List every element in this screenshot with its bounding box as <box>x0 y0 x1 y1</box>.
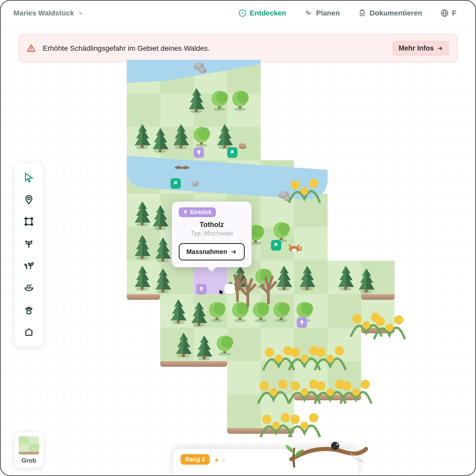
fox-icon <box>286 240 302 253</box>
insight-marker[interactable] <box>196 284 207 294</box>
forest-name: Maries Waldstück <box>13 9 74 17</box>
map-canvas[interactable]: Erhöhte Schädlingsgefahr im Gebiet deine… <box>1 26 475 475</box>
forest-map[interactable] <box>127 60 410 446</box>
bowl-icon <box>24 283 34 293</box>
flower <box>240 335 258 351</box>
nav-planen[interactable]: Planen <box>299 9 346 17</box>
star-empty-icon <box>221 457 227 463</box>
svg-marker-1 <box>241 12 244 14</box>
zoom-label: Grob <box>18 457 40 464</box>
sprout-icon <box>24 239 34 249</box>
popup-subtitle: Typ: Mischwald <box>179 230 245 237</box>
tile-popup: Einblick Totholz Typ: Mischwald Massnahm… <box>172 201 252 267</box>
flower <box>317 369 335 384</box>
zoom-preview <box>19 436 39 454</box>
insight-marker[interactable] <box>194 147 204 158</box>
flower <box>266 369 284 384</box>
svg-point-32 <box>28 307 30 309</box>
nav-partial[interactable]: F <box>435 9 463 17</box>
alert-message: Erhöhte Schädlingsgefahr im Gebiet deine… <box>43 44 385 53</box>
paw-icon <box>24 305 34 315</box>
rank-label: Rang 2 <box>185 456 205 463</box>
flag-marker[interactable] <box>271 240 281 250</box>
insight-marker[interactable] <box>297 317 307 328</box>
flower <box>351 304 369 320</box>
compass-icon <box>239 9 246 17</box>
flag-marker[interactable] <box>227 147 237 158</box>
svg-point-27 <box>25 218 27 219</box>
chevron-down-icon <box>78 11 83 16</box>
bulb-icon <box>183 210 188 215</box>
nav-label: F <box>452 9 456 17</box>
svg-point-35 <box>331 442 339 450</box>
flower <box>292 335 310 351</box>
warning-icon <box>27 44 36 53</box>
arrow-right-icon <box>437 45 443 52</box>
globe-icon <box>441 9 448 17</box>
svg-point-29 <box>25 224 27 225</box>
alert-more-label: Mehr Infos <box>398 44 434 52</box>
rank-badge: Rang 2 <box>181 454 210 465</box>
nav-entdecken[interactable]: Entdecken <box>232 9 293 17</box>
flower <box>266 402 284 418</box>
pin-icon <box>24 194 34 205</box>
area-icon <box>24 216 34 227</box>
header: Maries Waldstück Entdecken Planen Dokume… <box>1 1 475 26</box>
tool-shelter[interactable] <box>19 322 39 343</box>
alert-banner: Erhöhte Schädlingsgefahr im Gebiet deine… <box>19 34 457 63</box>
flower <box>292 369 310 384</box>
svg-point-34 <box>27 311 31 314</box>
tool-toolbar <box>14 163 43 347</box>
popup-badge: Einblick <box>179 207 216 217</box>
info-marker[interactable] <box>225 284 235 294</box>
svg-point-30 <box>31 224 33 225</box>
plan-icon <box>305 9 312 17</box>
nav-dokumentieren[interactable]: Dokumentieren <box>352 9 428 17</box>
tool-pin[interactable] <box>19 189 39 210</box>
tool-area[interactable] <box>19 211 39 232</box>
tool-cursor[interactable] <box>19 167 39 188</box>
svg-point-33 <box>30 308 32 310</box>
stump-icon <box>237 140 248 150</box>
popup-action-button[interactable]: Massnahmen <box>179 243 245 260</box>
svg-rect-2 <box>360 11 364 16</box>
flower <box>266 168 284 183</box>
svg-point-22 <box>239 143 246 147</box>
tool-bowl[interactable] <box>19 278 39 298</box>
popup-badge-label: Einblick <box>190 209 212 216</box>
svg-point-31 <box>26 308 28 310</box>
flag-marker[interactable] <box>171 178 181 189</box>
rock <box>199 67 207 73</box>
leaf-deco-icon <box>279 444 310 469</box>
zoom-level-card[interactable]: Grob <box>14 432 43 468</box>
flower <box>328 302 346 317</box>
alert-more-button[interactable]: Mehr Infos <box>392 41 449 56</box>
rank-stars <box>214 457 227 463</box>
clipboard-icon <box>358 9 366 17</box>
tool-plants[interactable] <box>19 256 39 276</box>
svg-point-7 <box>31 50 32 51</box>
star-filled-icon <box>214 457 219 463</box>
svg-point-20 <box>292 249 297 252</box>
arrow-right-icon <box>230 249 237 255</box>
bird-icon <box>173 163 191 173</box>
nav-label: Dokumentieren <box>370 9 422 17</box>
forest-selector[interactable]: Maries Waldstück <box>13 9 83 17</box>
cursor-icon <box>218 289 225 295</box>
popup-action-label: Massnahmen <box>186 248 227 256</box>
svg-point-28 <box>31 218 33 219</box>
shelter-icon <box>24 327 34 337</box>
plants-icon <box>24 261 34 271</box>
tool-sprout[interactable] <box>19 233 39 254</box>
popup-title: Totholz <box>179 221 245 229</box>
flower <box>237 402 256 418</box>
flower <box>235 369 253 384</box>
cursor-icon <box>24 172 34 182</box>
rank-panel[interactable]: Rang 2 <box>173 449 359 475</box>
nav-label: Planen <box>316 9 340 17</box>
tool-animals[interactable] <box>19 300 39 320</box>
svg-point-25 <box>28 197 30 200</box>
svg-rect-23 <box>185 213 186 214</box>
rock <box>191 181 199 186</box>
nav-label: Entdecken <box>250 9 286 17</box>
